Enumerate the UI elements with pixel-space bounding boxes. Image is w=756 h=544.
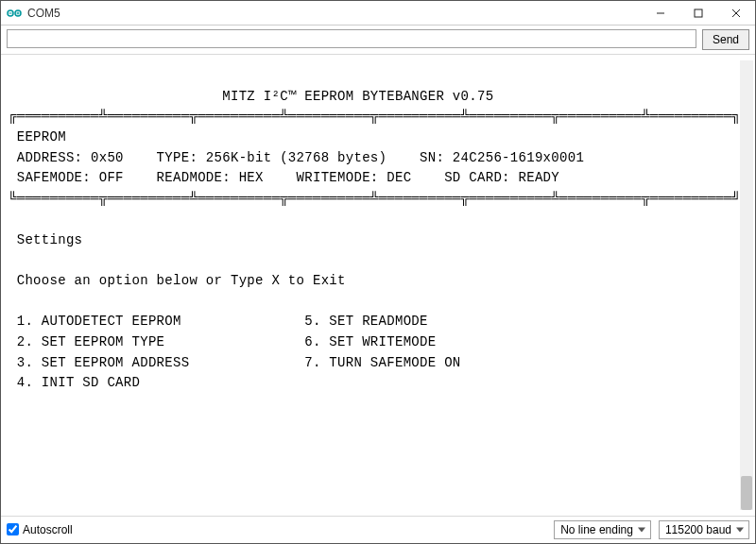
maximize-button[interactable] bbox=[679, 1, 717, 26]
close-icon bbox=[731, 8, 741, 18]
vertical-scrollbar[interactable] bbox=[740, 60, 753, 510]
line-ending-selected: No line ending bbox=[560, 523, 633, 536]
close-button[interactable] bbox=[717, 1, 755, 26]
window-title: COM5 bbox=[27, 7, 60, 20]
serial-output-area: MITZ I²C™ EEPROM BYTEBANGER v0.75 ╔═════… bbox=[1, 55, 755, 516]
autoscroll-checkbox-input[interactable] bbox=[7, 523, 19, 536]
arduino-icon bbox=[7, 6, 22, 21]
autoscroll-checkbox[interactable]: Autoscroll bbox=[7, 523, 73, 536]
window-titlebar: COM5 bbox=[1, 1, 755, 26]
minimize-button[interactable] bbox=[642, 1, 679, 26]
autoscroll-label: Autoscroll bbox=[23, 523, 73, 536]
send-row: Send bbox=[1, 26, 755, 55]
scrollbar-thumb[interactable] bbox=[741, 476, 752, 510]
maximize-icon bbox=[694, 8, 703, 18]
svg-rect-6 bbox=[695, 9, 702, 17]
bottom-bar: Autoscroll No line ending 115200 baud bbox=[1, 516, 755, 542]
serial-output-text: MITZ I²C™ EEPROM BYTEBANGER v0.75 ╔═════… bbox=[1, 55, 755, 516]
serial-send-input[interactable] bbox=[7, 29, 696, 48]
line-ending-select[interactable]: No line ending bbox=[554, 520, 651, 539]
baud-rate-select[interactable]: 115200 baud bbox=[659, 520, 749, 539]
send-button[interactable]: Send bbox=[702, 29, 749, 50]
minimize-icon bbox=[656, 8, 665, 18]
baud-rate-selected: 115200 baud bbox=[665, 523, 731, 536]
